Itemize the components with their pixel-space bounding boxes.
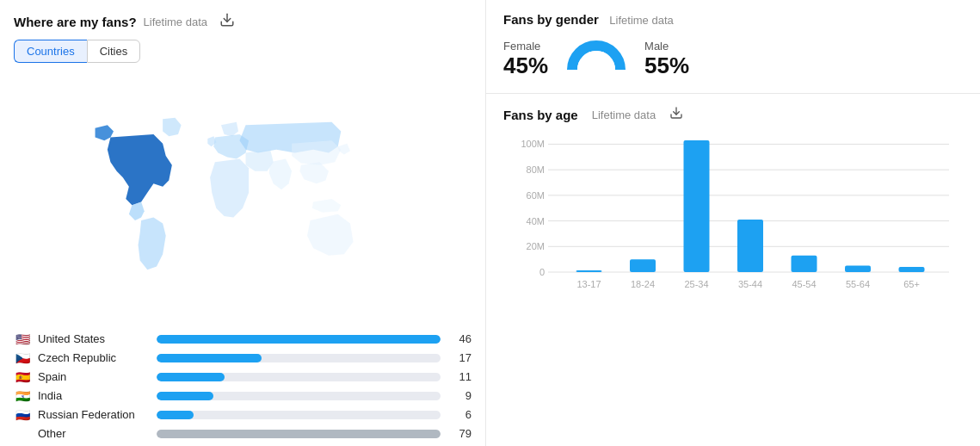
age-x-label: 65+: [903, 279, 920, 289]
country-name: Spain: [38, 370, 150, 383]
age-x-label: 13-17: [576, 279, 601, 289]
country-bar-track: [157, 411, 441, 419]
country-row: 🇪🇸 Spain 11: [14, 370, 472, 383]
gender-content: Female 45% Male 55%: [503, 38, 963, 81]
age-header: Fans by age Lifetime data: [503, 106, 963, 123]
female-stat: Female 45%: [503, 40, 548, 79]
country-bar-track: [157, 392, 441, 400]
age-bar: [630, 259, 656, 272]
age-chart: 020M40M60M80M100M13-1718-2425-3435-4445-…: [503, 132, 963, 437]
tab-cities[interactable]: Cities: [87, 40, 141, 63]
male-pct: 55%: [644, 53, 689, 79]
right-panel: Fans by gender Lifetime data Female 45% …: [486, 0, 980, 446]
svg-text:60M: 60M: [527, 190, 545, 201]
country-name: India: [38, 389, 150, 402]
age-x-label: 25-34: [684, 279, 708, 289]
age-bar: [576, 270, 602, 272]
country-flag: [14, 428, 31, 440]
left-panel: Where are my fans? Lifetime data Countri…: [0, 0, 486, 446]
country-bar-fill: [157, 354, 262, 362]
tab-countries[interactable]: Countries: [14, 40, 87, 63]
country-count: 79: [447, 427, 472, 440]
gender-title: Fans by gender: [503, 12, 599, 27]
age-bar: [899, 267, 925, 272]
country-row: 🇨🇿 Czech Republic 17: [14, 351, 472, 364]
age-bar: [845, 266, 871, 272]
country-count: 17: [447, 351, 472, 364]
age-export-icon[interactable]: [669, 106, 683, 123]
age-bar: [792, 256, 817, 272]
fans-location-title: Where are my fans?: [14, 15, 137, 29]
female-pct: 45%: [503, 53, 548, 79]
age-chart-svg: 020M40M60M80M100M13-1718-2425-3435-4445-…: [503, 132, 963, 291]
country-row: 🇺🇸 United States 46: [14, 332, 472, 345]
country-count: 9: [447, 389, 472, 402]
age-title: Fans by age: [503, 108, 578, 122]
country-bar-track: [157, 354, 441, 362]
country-name: Other: [38, 427, 150, 440]
country-count: 6: [447, 408, 472, 421]
country-flag: 🇪🇸: [14, 371, 31, 383]
age-bar: [684, 140, 710, 272]
tab-row: Countries Cities: [0, 40, 485, 71]
country-bar-track: [157, 430, 441, 438]
age-subtitle: Lifetime data: [592, 108, 656, 121]
age-x-label: 18-24: [631, 279, 655, 289]
country-name: Czech Republic: [38, 351, 150, 364]
country-bar-track: [157, 335, 441, 344]
gender-section: Fans by gender Lifetime data Female 45% …: [486, 0, 980, 94]
country-row: 🇮🇳 India 9: [14, 389, 472, 402]
country-bar-fill: [157, 373, 225, 381]
country-row: 🇷🇺 Russian Federation 6: [14, 408, 472, 421]
country-bar-track: [157, 373, 441, 381]
country-flag: 🇺🇸: [14, 333, 31, 345]
country-bar-fill: [157, 392, 213, 400]
fans-location-subtitle: Lifetime data: [144, 15, 207, 28]
country-count: 11: [447, 370, 472, 383]
country-bar-fill: [157, 335, 441, 344]
country-name: Russian Federation: [38, 408, 150, 421]
male-stat: Male 55%: [644, 40, 689, 79]
country-list: 🇺🇸 United States 46 🇨🇿 Czech Republic 17…: [0, 325, 485, 446]
country-row: Other 79: [14, 427, 472, 440]
svg-text:0: 0: [539, 267, 545, 277]
svg-text:80M: 80M: [527, 164, 545, 175]
age-bar: [737, 220, 763, 272]
gender-donut: [562, 38, 631, 81]
export-icon[interactable]: [219, 12, 235, 31]
country-bar-fill: [157, 411, 194, 419]
country-flag: 🇮🇳: [14, 390, 31, 402]
age-x-label: 55-64: [846, 279, 870, 289]
male-label: Male: [644, 40, 689, 53]
country-bar-fill: [157, 430, 441, 438]
gender-subtitle: Lifetime data: [609, 14, 673, 27]
svg-text:40M: 40M: [527, 216, 545, 226]
age-section: Fans by age Lifetime data 020M40M60M80M1…: [486, 94, 980, 446]
svg-text:20M: 20M: [527, 241, 545, 251]
age-x-label: 45-54: [792, 279, 816, 289]
country-flag: 🇷🇺: [14, 409, 31, 421]
country-flag: 🇨🇿: [14, 352, 31, 364]
left-header: Where are my fans? Lifetime data: [0, 0, 485, 40]
female-label: Female: [503, 40, 548, 53]
country-count: 46: [447, 332, 472, 345]
world-map: [0, 71, 485, 325]
country-name: United States: [38, 332, 150, 345]
age-x-label: 35-44: [738, 279, 762, 289]
svg-text:100M: 100M: [521, 139, 545, 149]
